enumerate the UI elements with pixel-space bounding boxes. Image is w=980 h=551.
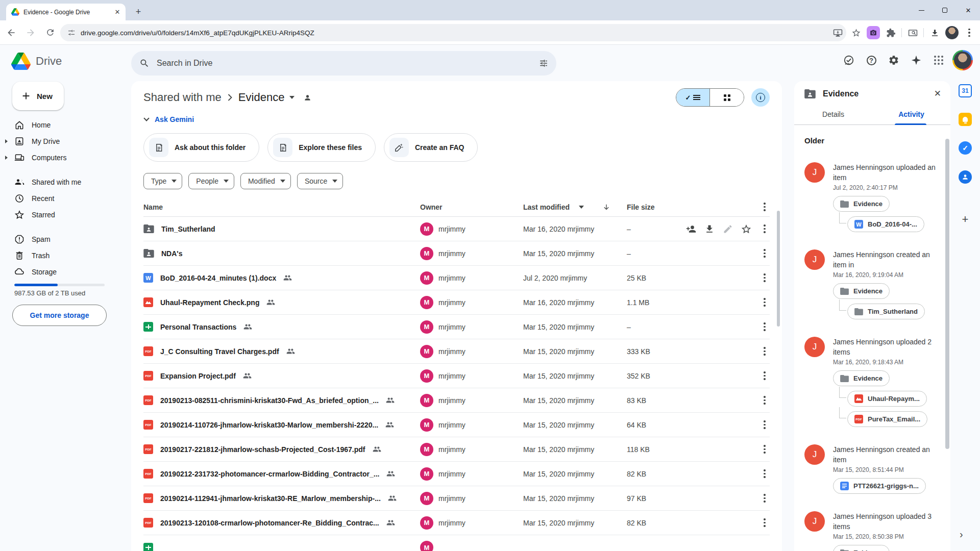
- calendar-app-icon[interactable]: 31: [959, 84, 972, 97]
- column-header-modified[interactable]: Last modified: [523, 203, 570, 211]
- explore-files-button[interactable]: Explore these files: [267, 133, 376, 162]
- expand-arrow-icon[interactable]: [5, 156, 8, 160]
- filter-people-chip[interactable]: People: [188, 173, 234, 189]
- sidebar-item-shared-with-me[interactable]: Shared with me: [0, 174, 131, 190]
- row-kebab-icon[interactable]: [760, 445, 770, 454]
- drive-logo[interactable]: Drive: [11, 53, 62, 70]
- table-row[interactable]: Uhaul-Repayment Check.png Mmrjimmy Mar 1…: [143, 290, 770, 315]
- back-icon[interactable]: [3, 24, 19, 41]
- close-icon[interactable]: ✕: [934, 88, 941, 99]
- browser-tab[interactable]: Evidence - Google Drive ✕: [6, 4, 126, 20]
- star-icon[interactable]: [741, 224, 751, 234]
- download-icon[interactable]: [704, 224, 715, 234]
- sidebar-item-trash[interactable]: Trash: [0, 247, 131, 264]
- share-person-add-icon[interactable]: [686, 224, 696, 234]
- window-maximize-button[interactable]: [933, 0, 957, 20]
- table-row[interactable]: 20190214-110726-jhmarlow-kriskat30-Marlo…: [143, 413, 770, 437]
- table-row[interactable]: 20190213-120108-crmarlow-photomancer-Re_…: [143, 511, 770, 535]
- contacts-app-icon[interactable]: [959, 170, 972, 184]
- table-row[interactable]: J_C Consulting Travel Charges.pdf Mmrjim…: [143, 339, 770, 364]
- screenshot-extension-icon[interactable]: [867, 26, 880, 39]
- install-app-icon[interactable]: [830, 25, 845, 40]
- tab-activity[interactable]: Activity: [872, 110, 950, 124]
- add-apps-plus-icon[interactable]: +: [962, 213, 969, 226]
- offline-status-icon[interactable]: [840, 52, 857, 69]
- create-faq-button[interactable]: Create an FAQ: [384, 133, 478, 162]
- ask-about-folder-button[interactable]: Ask about this folder: [143, 133, 259, 162]
- filter-modified-chip[interactable]: Modified: [240, 173, 291, 189]
- breadcrumb-current[interactable]: Evidence: [238, 91, 295, 104]
- row-kebab-icon[interactable]: [760, 298, 770, 307]
- downloads-icon[interactable]: [927, 25, 942, 40]
- expand-arrow-icon[interactable]: [5, 139, 8, 143]
- search-input[interactable]: [157, 59, 539, 68]
- file-chip[interactable]: PureTax_Email...: [847, 411, 927, 427]
- tab-details[interactable]: Details: [794, 110, 872, 124]
- gemini-spark-icon[interactable]: [908, 52, 925, 69]
- folder-chip[interactable]: Evidence: [833, 196, 890, 212]
- list-view-button[interactable]: ✓: [676, 89, 710, 106]
- extensions-puzzle-icon[interactable]: [883, 25, 898, 40]
- window-minimize-button[interactable]: [910, 0, 933, 20]
- table-row[interactable]: Expansion Project.pdf Mmrjimmy Mar 15, 2…: [143, 364, 770, 388]
- search-bar[interactable]: [131, 51, 556, 76]
- help-icon[interactable]: ?: [863, 52, 880, 69]
- advanced-search-icon[interactable]: [539, 59, 548, 68]
- table-row[interactable]: 20190213-082511-chrismini-kriskat30-Fwd_…: [143, 388, 770, 413]
- settings-gear-icon[interactable]: [885, 52, 902, 69]
- row-kebab-icon[interactable]: [760, 249, 770, 258]
- sidebar-item-my-drive[interactable]: My Drive: [0, 133, 131, 149]
- hide-side-panel-chevron-icon[interactable]: ›: [960, 529, 963, 540]
- keep-app-icon[interactable]: [959, 113, 972, 126]
- browser-menu-kebab-icon[interactable]: [962, 25, 977, 40]
- window-close-button[interactable]: ✕: [957, 0, 980, 20]
- sort-direction-icon[interactable]: [602, 203, 610, 211]
- account-avatar[interactable]: [952, 50, 973, 70]
- bookmark-star-icon[interactable]: [848, 25, 864, 40]
- file-list-scrollbar[interactable]: [777, 211, 780, 327]
- forward-icon[interactable]: [22, 24, 39, 41]
- get-more-storage-button[interactable]: Get more storage: [12, 305, 107, 326]
- browser-profile-avatar[interactable]: [945, 26, 959, 39]
- folder-chip[interactable]: Evidence: [833, 545, 890, 551]
- sidebar-item-home[interactable]: Home: [0, 117, 131, 133]
- details-info-button[interactable]: i: [751, 88, 770, 107]
- table-row[interactable]: NDA's Mmrjimmy Mar 15, 2020 mrjimmy –: [143, 241, 770, 266]
- row-kebab-icon[interactable]: [760, 518, 770, 527]
- sidebar-item-spam[interactable]: Spam: [0, 231, 131, 247]
- url-bar[interactable]: drive.google.com/drive/u/0/folders/14mXf…: [60, 24, 846, 41]
- table-row-partial[interactable]: M: [143, 535, 770, 551]
- search-icon[interactable]: [139, 58, 150, 68]
- sidebar-item-computers[interactable]: Computers: [0, 149, 131, 166]
- url-text[interactable]: drive.google.com/drive/u/0/folders/14mXf…: [81, 29, 841, 37]
- table-options-kebab-icon[interactable]: [760, 203, 770, 211]
- table-row[interactable]: 20190217-221812-jhmarlow-schasb-Projecte…: [143, 437, 770, 462]
- row-kebab-icon[interactable]: [760, 347, 770, 356]
- activity-scrollbar[interactable]: [945, 139, 949, 449]
- new-tab-button[interactable]: +: [132, 5, 145, 18]
- file-chip[interactable]: BoD_2016-04-...: [847, 216, 924, 232]
- column-header-name[interactable]: Name: [143, 203, 420, 211]
- ask-gemini-link[interactable]: Ask Gemini: [155, 115, 194, 123]
- breadcrumb-parent-link[interactable]: Shared with me: [143, 91, 222, 104]
- tasks-app-icon[interactable]: ✓: [959, 141, 972, 155]
- row-kebab-icon[interactable]: [760, 420, 770, 429]
- reload-icon[interactable]: [42, 24, 58, 41]
- row-kebab-icon[interactable]: [760, 469, 770, 478]
- column-header-size[interactable]: File size: [627, 203, 680, 211]
- row-kebab-icon[interactable]: [760, 371, 770, 380]
- table-row[interactable]: Personal Transactions Mmrjimmy Mar 15, 2…: [143, 315, 770, 339]
- row-kebab-icon[interactable]: [760, 396, 770, 405]
- file-chip[interactable]: PTT26621-griggs-n...: [833, 478, 926, 494]
- new-button[interactable]: New: [12, 82, 64, 110]
- table-row[interactable]: 20190214-112941-jhmarlow-kriskat30-RE_Ma…: [143, 486, 770, 511]
- row-kebab-icon[interactable]: [760, 322, 770, 331]
- rename-pencil-icon[interactable]: [723, 224, 733, 234]
- row-kebab-icon[interactable]: [760, 224, 770, 233]
- file-chip[interactable]: Uhaul-Repaym...: [847, 391, 927, 407]
- folder-chip[interactable]: Tim_Sutherland: [847, 304, 925, 319]
- site-settings-icon[interactable]: [67, 29, 76, 37]
- table-row[interactable]: BoD_2016-04-24_minutes (1).docx Mmrjimmy…: [143, 266, 770, 290]
- row-kebab-icon[interactable]: [760, 494, 770, 503]
- google-apps-grid-icon[interactable]: [930, 52, 947, 69]
